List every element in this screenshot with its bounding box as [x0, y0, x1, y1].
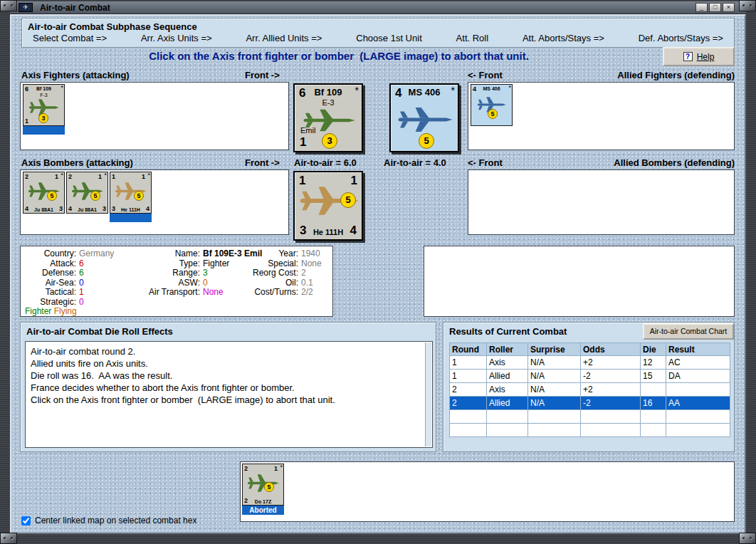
die-roll-effects-panel: Air-to-air Combat Die Roll Effects Air-t… — [20, 322, 436, 452]
rating-bottom-left: 1 — [300, 135, 306, 150]
scrollbar[interactable] — [425, 342, 431, 446]
unit-status: Fighter Flying — [25, 306, 77, 316]
sequence-title: Air-to-air Combat Subphase Sequence — [28, 21, 197, 32]
result-cell — [581, 410, 641, 424]
rating-top-right: 1 — [98, 173, 102, 180]
result-cell: Allied — [487, 370, 528, 383]
allied-air-value: Air-to-air = 4.0 — [384, 157, 446, 168]
info-value: 0 — [203, 278, 208, 288]
selection-bar — [110, 214, 152, 222]
rating-top-right: 1 — [55, 173, 58, 180]
star-marker: * — [104, 172, 107, 179]
unit-info-col3: Year:1940 Special:None Reorg Cost:2 Oil:… — [247, 249, 322, 298]
instruction-text: Click on the Axis front fighter or bombe… — [21, 50, 656, 62]
aborted-units-box — [240, 461, 735, 522]
info-value: 2 — [301, 268, 306, 278]
minimize-button[interactable]: _ — [695, 3, 708, 12]
front-right-label-2: Front -> — [245, 157, 280, 168]
info-value: None — [203, 288, 224, 298]
col-header-roller: Roller — [487, 343, 528, 356]
info-label: Range: — [129, 268, 200, 278]
result-cell — [487, 410, 528, 424]
counter-ms406-small[interactable]: 4 MS 406 * 5 — [471, 84, 513, 126]
allied-bombers-box — [468, 169, 735, 235]
maximize-button[interactable]: □ — [709, 3, 721, 12]
aborted-status-bar: Aborted — [242, 506, 284, 515]
unit-name: Ju 88A1 — [23, 207, 64, 212]
unit-name: Do 17Z — [243, 499, 283, 504]
info-label: Strategic: — [25, 298, 76, 308]
sequence-step-arr-allied: Arr. Allied Units => — [246, 33, 322, 43]
strength-badge: 5 — [264, 482, 274, 492]
sequence-step-select-combat: Select Combat => — [33, 33, 107, 43]
result-cell — [666, 383, 730, 397]
allied-fighters-label: Allied Fighters (defending) — [617, 70, 735, 80]
front-left-label: <- Front — [468, 70, 503, 80]
result-row-4-selected[interactable]: 2 Allied N/A -2 16 AA — [450, 397, 730, 410]
center-map-checkbox[interactable] — [21, 516, 31, 525]
result-row-3[interactable]: 2 Axis N/A +2 — [450, 383, 730, 397]
star-marker: * — [508, 84, 511, 91]
results-title: Results of Current Combat — [449, 326, 567, 337]
star-marker: * — [280, 464, 283, 471]
result-cell — [528, 424, 581, 437]
help-button[interactable]: ? Help — [663, 47, 735, 66]
combat-chart-button[interactable]: Air-to-air Combat Chart — [643, 323, 734, 340]
strength-badge: 5 — [134, 191, 144, 201]
info-label: Cost/Turns: — [247, 288, 298, 298]
sequence-steps: Select Combat => Arr. Axis Units => Arr.… — [22, 33, 734, 43]
result-cell: +2 — [581, 356, 641, 370]
die-roll-line: France decides whether to abort the Axis… — [31, 382, 421, 394]
col-header-surprise: Surprise — [528, 343, 581, 356]
result-cell — [641, 424, 666, 437]
result-row-1[interactable]: 1 Axis N/A +2 12 AC — [450, 356, 730, 370]
info-value: 3 — [203, 268, 208, 278]
info-label: Year: — [247, 249, 298, 259]
result-row-2[interactable]: 1 Allied N/A -2 15 DA — [450, 370, 730, 383]
die-roll-line: Allied units fire on Axis units. — [31, 357, 421, 370]
rating-top-left: 2 — [68, 173, 72, 180]
counter-ju88a1-small-2[interactable]: 2 1 * 5 4 Ju 88A1 3 — [66, 172, 108, 214]
result-cell: -2 — [581, 370, 641, 383]
center-map-label: Center linked map on selected combat hex — [35, 516, 196, 525]
close-button[interactable]: × — [723, 3, 735, 12]
result-cell — [581, 424, 641, 437]
allied-bombers-label: Allied Bombers (defending) — [614, 157, 735, 168]
info-value: 1 — [79, 288, 84, 298]
unit-info-col1: Country:Germany Attack:6 Defense:6 Air-S… — [25, 249, 114, 307]
result-cell: AA — [666, 397, 730, 410]
strength-badge: 5 — [90, 191, 100, 201]
star-marker: * — [355, 85, 359, 96]
sequence-step-att-roll: Att. Roll — [456, 33, 489, 43]
counter-ms406-large[interactable]: 4 MS 406 * 5 — [389, 83, 459, 152]
front-left-label-2: <- Front — [468, 157, 503, 168]
result-cell: N/A — [528, 370, 581, 383]
status-fighter: Fighter — [25, 306, 51, 316]
window-title: Air-to-air Combat — [40, 3, 110, 13]
sequence-step-choose-unit: Choose 1st Unit — [356, 33, 422, 43]
info-label: Air-Sea: — [25, 278, 76, 288]
counter-do17z-aborted[interactable]: 2 1 * 5 2 Do 17Z — [242, 464, 284, 506]
rating-bottom-right: 3 — [59, 205, 63, 212]
result-cell — [641, 383, 666, 397]
info-value: 0 — [79, 298, 84, 308]
front-right-label: Front -> — [245, 70, 280, 80]
counter-he111h-large[interactable]: 1 1 5 3 He 111H 4 — [293, 171, 363, 241]
counter-bf109-f3-small[interactable]: 6 Bf 109 * F-3 1 3 — [23, 84, 65, 126]
result-cell — [450, 424, 487, 437]
result-cell: 16 — [641, 397, 666, 410]
counter-bf109-e3-large[interactable]: 6 Bf 109 * E-3 Emil 1 3 — [293, 83, 363, 152]
app-icon: ✈ — [19, 3, 33, 12]
subphase-sequence-panel: Air-to-air Combat Subphase Sequence Sele… — [21, 18, 735, 48]
info-label: ASW: — [129, 278, 200, 288]
result-cell — [528, 410, 581, 424]
unit-name: Ju 88A1 — [67, 207, 107, 212]
result-cell: N/A — [528, 383, 581, 397]
titlebar[interactable]: ✈ Air-to-air Combat _ □ × — [10, 1, 746, 14]
counter-he111h-small[interactable]: 1 1 * 5 3 He 111H 4 — [110, 172, 152, 214]
axis-air-value: Air-to-air = 6.0 — [294, 157, 357, 168]
die-roll-text-area: Air-to-air combat round 2. Allied units … — [25, 341, 433, 448]
result-cell: -2 — [581, 397, 641, 410]
info-label: Country: — [25, 249, 76, 259]
counter-ju88a1-small-1[interactable]: 2 1 * 5 4 Ju 88A1 3 — [23, 172, 65, 214]
